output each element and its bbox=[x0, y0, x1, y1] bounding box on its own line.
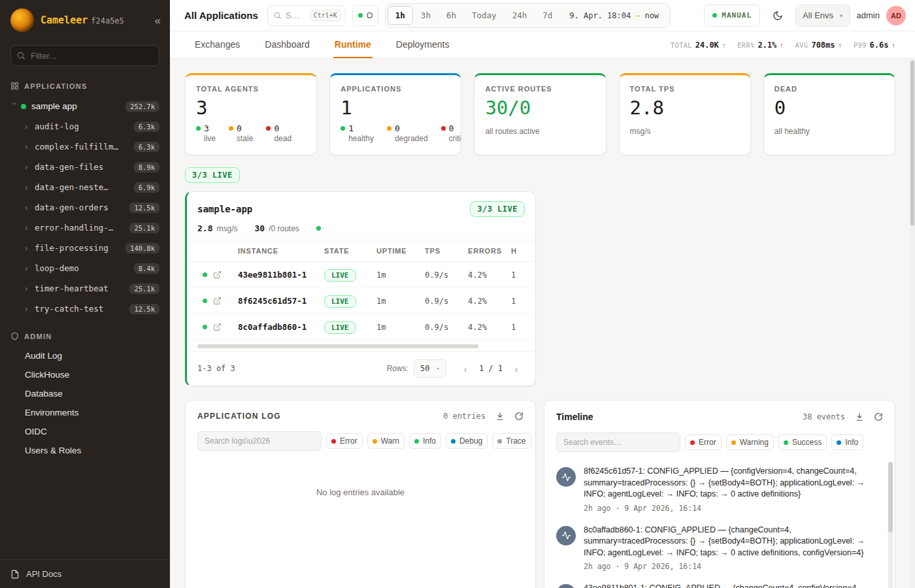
instance-row[interactable]: 43ee9811b801-1 LIVE 1m 0.9/s 4.2% 1 bbox=[187, 262, 535, 288]
chip-label: Error bbox=[699, 438, 716, 447]
filter-input[interactable] bbox=[10, 45, 159, 66]
instance-row[interactable]: 8c0affadb860-1 LIVE 1m 0.9/s 4.2% 1 bbox=[187, 314, 535, 340]
chevron-right-icon[interactable]: › bbox=[25, 284, 35, 293]
log-search-input[interactable] bbox=[197, 431, 322, 451]
sidebar-collapse-icon[interactable]: « bbox=[155, 15, 161, 26]
log-filter-warn[interactable]: Warn bbox=[367, 433, 405, 449]
sidebar-item-oidc[interactable]: OIDC bbox=[0, 422, 170, 441]
timeline-filter-info[interactable]: Info bbox=[831, 434, 863, 450]
prev-page-button[interactable]: ‹ bbox=[457, 360, 474, 377]
admin-item-label: OIDC bbox=[25, 427, 47, 436]
timeline-events: 8f6245c61d57-1: CONFIG_APPLIED — {config… bbox=[544, 460, 895, 588]
substat-stale: 0 stale bbox=[229, 123, 253, 143]
sidebar-item-data-gen-nested[interactable]: › data-gen-neste… 6.9k bbox=[0, 177, 170, 197]
download-button[interactable] bbox=[495, 412, 505, 421]
time-range-6h[interactable]: 6h bbox=[439, 6, 464, 25]
window-scrollbar[interactable] bbox=[910, 59, 915, 588]
user-avatar[interactable]: AD bbox=[886, 6, 906, 25]
log-filter-row: Error Warn Info Debug Trace bbox=[186, 427, 535, 459]
tab-dashboard[interactable]: Dashboard bbox=[263, 31, 311, 58]
connection-status-pill[interactable]: O bbox=[352, 5, 378, 26]
bottom-panels: APPLICATION LOG 0 entries bbox=[185, 400, 895, 588]
log-filter-error[interactable]: Error bbox=[326, 433, 363, 449]
sidebar-item-try-catch-test[interactable]: › try-catch-test 12.5k bbox=[0, 299, 170, 319]
manual-refresh-button[interactable]: MANUAL bbox=[704, 5, 760, 27]
chevron-right-icon[interactable]: › bbox=[25, 142, 35, 152]
chevron-right-icon[interactable]: › bbox=[25, 162, 35, 172]
horizontal-scrollbar[interactable] bbox=[197, 344, 478, 348]
sidebar-item-timer-heartbeat[interactable]: › timer-heartbeat 25.1k bbox=[0, 278, 170, 299]
sidebar-item-environments[interactable]: Environments bbox=[0, 403, 170, 422]
dark-mode-toggle[interactable] bbox=[767, 5, 789, 27]
timeline-event[interactable]: 8f6245c61d57-1: CONFIG_APPLIED — {config… bbox=[544, 460, 895, 519]
environment-select[interactable]: All Envs ▾ bbox=[795, 5, 850, 27]
date-to: now bbox=[644, 11, 659, 20]
sidebar-item-clickhouse[interactable]: ClickHouse bbox=[0, 365, 170, 384]
metric-value: 708ms bbox=[811, 41, 835, 50]
sidebar-item-loop-demo[interactable]: › loop-demo 8.4k bbox=[0, 258, 170, 278]
search-placeholder-text: S… bbox=[286, 10, 306, 20]
timeline-event[interactable]: 8c0affadb860-1: CONFIG_APPLIED — {change… bbox=[544, 519, 895, 578]
column-errors: ERRORS bbox=[468, 247, 511, 255]
time-range-3h[interactable]: 3h bbox=[413, 6, 439, 25]
timeline-scrollbar[interactable] bbox=[888, 462, 893, 588]
metric-error-rate: ERR% 2.1% ↑ bbox=[737, 41, 784, 50]
instance-errors: 4.2% bbox=[468, 323, 511, 332]
instance-row[interactable]: 8f6245c61d57-1 LIVE 1m 0.9/s 4.2% 1 bbox=[187, 288, 535, 314]
app-routes-suffix: /0 routes bbox=[269, 224, 299, 233]
event-body: 8c0affadb860-1: CONFIG_APPLIED — {change… bbox=[584, 525, 876, 572]
sidebar-item-complex-fulfillment[interactable]: › complex-fulfillm… 6.3k bbox=[0, 137, 170, 157]
global-search-input[interactable]: S… Ctrl+K bbox=[267, 5, 346, 26]
next-page-button[interactable]: › bbox=[508, 360, 525, 377]
chevron-right-icon[interactable]: › bbox=[25, 263, 35, 273]
chevron-right-icon[interactable]: › bbox=[25, 243, 35, 253]
sidebar-item-database[interactable]: Database bbox=[0, 384, 170, 403]
chevron-right-icon[interactable]: › bbox=[25, 203, 35, 212]
chevron-down-icon[interactable]: › bbox=[10, 103, 20, 110]
tab-runtime[interactable]: Runtime bbox=[333, 31, 373, 58]
chevron-right-icon[interactable]: › bbox=[25, 304, 35, 314]
sidebar-item-data-gen-orders[interactable]: › data-gen-orders 12.5k bbox=[0, 197, 170, 218]
timeline-search-input[interactable] bbox=[556, 433, 680, 452]
log-filter-debug[interactable]: Debug bbox=[446, 433, 488, 449]
instance-heap: 1 bbox=[511, 323, 536, 332]
external-link-icon[interactable] bbox=[213, 297, 238, 305]
time-range-7d[interactable]: 7d bbox=[535, 6, 560, 25]
application-tree: › sample app 252.7k › audit-log 6.3k › c… bbox=[0, 96, 170, 319]
chevron-right-icon[interactable]: › bbox=[25, 122, 35, 131]
download-button[interactable] bbox=[855, 412, 864, 421]
sidebar-item-error-handling[interactable]: › error-handling-… 25.1k bbox=[0, 218, 170, 238]
api-docs-label: API Docs bbox=[26, 569, 61, 579]
window-scrollbar-thumb[interactable] bbox=[910, 61, 914, 225]
refresh-button[interactable] bbox=[874, 412, 883, 421]
timeline-scrollbar-thumb[interactable] bbox=[888, 462, 893, 532]
admin-item-label: Environments bbox=[25, 408, 79, 417]
timeline-filter-warning[interactable]: Warning bbox=[726, 434, 774, 450]
time-range-today[interactable]: Today bbox=[464, 6, 505, 25]
refresh-button[interactable] bbox=[514, 412, 524, 421]
tab-deployments[interactable]: Deployments bbox=[395, 31, 451, 58]
external-link-icon[interactable] bbox=[213, 323, 238, 331]
date-range-display[interactable]: 9. Apr. 18:04 — now bbox=[560, 11, 668, 20]
api-docs-link[interactable]: API Docs bbox=[0, 559, 170, 588]
sidebar-item-audit-log-admin[interactable]: Audit Log bbox=[0, 346, 170, 365]
log-filter-trace[interactable]: Trace bbox=[492, 433, 531, 449]
sidebar-item-data-gen-files[interactable]: › data-gen-files 8.9k bbox=[0, 157, 170, 177]
timeline-filter-success[interactable]: Success bbox=[778, 434, 827, 450]
sidebar-item-users-roles[interactable]: Users & Roles bbox=[0, 441, 170, 460]
sidebar-item-audit-log[interactable]: › audit-log 6.3k bbox=[0, 116, 170, 137]
tab-exchanges[interactable]: Exchanges bbox=[193, 31, 241, 58]
timeline-filter-error[interactable]: Error bbox=[685, 434, 722, 450]
chevron-right-icon[interactable]: › bbox=[25, 223, 35, 233]
time-range-1h[interactable]: 1h bbox=[388, 6, 413, 25]
time-range-24h[interactable]: 24h bbox=[505, 6, 535, 25]
amber-dot bbox=[731, 440, 736, 445]
log-filter-info[interactable]: Info bbox=[409, 433, 441, 449]
sidebar-item-file-processing[interactable]: › file-processing 140.8k bbox=[0, 238, 170, 258]
timeline-event[interactable]: 43ee9811b801-1: CONFIG_APPLIED — {change… bbox=[544, 577, 895, 588]
external-link-icon[interactable] bbox=[213, 270, 238, 279]
chevron-right-icon[interactable]: › bbox=[25, 182, 35, 192]
rows-per-page-select[interactable]: 50 ▾ bbox=[414, 359, 446, 378]
count-badge: 12.5k bbox=[129, 203, 159, 213]
sidebar-item-sample-app[interactable]: › sample app 252.7k bbox=[0, 96, 170, 116]
